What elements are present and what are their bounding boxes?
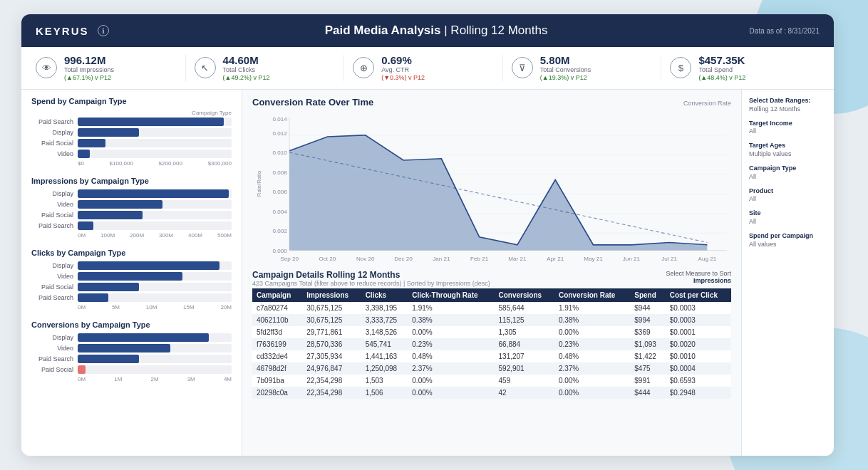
filter-item-3[interactable]: Campaign Type All bbox=[749, 164, 827, 180]
filter-item-6[interactable]: Spend per Campaign All values bbox=[749, 232, 827, 248]
table-column-header[interactable]: Conversion Rate bbox=[554, 288, 630, 302]
bar-chart: Display Video Paid Social Paid Search bbox=[31, 189, 232, 230]
kpi-item-4: $ $457.35K Total Spend (▲48.4%) v P12 bbox=[661, 55, 820, 81]
table-row[interactable]: 46798d2f24,976,8471,250,0982.37%592,9012… bbox=[252, 362, 731, 375]
filter-item-2[interactable]: Target Ages Multiple values bbox=[749, 142, 827, 157]
svg-text:Mar 21: Mar 21 bbox=[508, 256, 526, 262]
table-cell: 30,675,125 bbox=[302, 302, 361, 314]
table-cell: 0.23% bbox=[554, 338, 630, 350]
bar-row: Paid Social bbox=[31, 139, 232, 147]
table-column-header[interactable]: Click-Through Rate bbox=[408, 288, 494, 302]
svg-text:0.000: 0.000 bbox=[272, 248, 287, 254]
table-title: Campaign Details Rolling 12 Months bbox=[252, 270, 490, 280]
kpi-value-2: 0.69% bbox=[381, 55, 425, 67]
header: KEYRUS ℹ Paid Media Analysis | Rolling 1… bbox=[21, 14, 834, 47]
bar-track bbox=[78, 221, 232, 230]
logo: KEYRUS bbox=[36, 25, 89, 37]
kpi-change-0: (▲67.1%) v P12 bbox=[64, 74, 114, 81]
filter-label: Product bbox=[749, 187, 827, 196]
table-cell: 42 bbox=[495, 387, 554, 399]
svg-text:Jun 21: Jun 21 bbox=[623, 256, 640, 262]
svg-text:Apr 21: Apr 21 bbox=[547, 256, 564, 262]
filter-label: Select Date Ranges: bbox=[749, 97, 827, 105]
svg-text:0.008: 0.008 bbox=[272, 169, 287, 176]
bar-track bbox=[78, 333, 232, 342]
table-row[interactable]: 4062110b30,675,1253,333,7250.38%115,1250… bbox=[252, 314, 731, 326]
table-row[interactable]: cd332de427,305,9341,441,1630.48%131,2070… bbox=[252, 350, 731, 362]
table-row[interactable]: f763619928,570,336545,7410.23%66,8840.23… bbox=[252, 338, 731, 350]
filter-value: Multiple values bbox=[749, 150, 827, 157]
table-cell: 7b091ba bbox=[252, 375, 302, 387]
table-cell: $0.0003 bbox=[666, 302, 731, 314]
kpi-label-4: Total Spend bbox=[698, 66, 745, 74]
chart-title: Clicks by Campaign Type bbox=[31, 249, 232, 257]
bar-track bbox=[78, 189, 232, 198]
info-icon[interactable]: ℹ bbox=[98, 25, 109, 36]
filter-value: All values bbox=[749, 241, 827, 248]
table-cell: 22,354,298 bbox=[302, 387, 361, 399]
table-row[interactable]: 5fd2ff3d29,771,8613,148,5260.00%1,3050.0… bbox=[252, 326, 731, 338]
filter-value: All bbox=[749, 218, 827, 225]
bar-chart: Display Video Paid Search Paid Social bbox=[31, 333, 232, 374]
bar-track bbox=[78, 211, 232, 219]
svg-text:Jul 21: Jul 21 bbox=[661, 256, 677, 262]
svg-text:Sep 20: Sep 20 bbox=[280, 256, 299, 262]
table-row[interactable]: 20298c0a22,354,2981,5060.00%420.00%$444$… bbox=[252, 387, 731, 399]
svg-text:0.002: 0.002 bbox=[272, 228, 286, 234]
kpi-label-1: Total Clicks bbox=[223, 66, 270, 74]
filter-item-5[interactable]: Site All bbox=[749, 209, 827, 225]
table-column-header[interactable]: Spend bbox=[630, 288, 666, 302]
table-column-header[interactable]: Cost per Click bbox=[666, 288, 731, 302]
bar-fill bbox=[78, 150, 90, 158]
campaign-table: CampaignImpressionsClicksClick-Through R… bbox=[252, 288, 731, 399]
kpi-label-3: Total Conversions bbox=[540, 66, 591, 74]
table-cell: 545,741 bbox=[361, 338, 408, 350]
title-period: Rolling 12 Months bbox=[450, 24, 547, 37]
filter-value: All bbox=[749, 173, 827, 180]
left-panel: Spend by Campaign TypeCampaign Type Paid… bbox=[21, 90, 242, 456]
table-column-header[interactable]: Clicks bbox=[361, 288, 408, 302]
table-sort[interactable]: Select Measure to Sort Impressions bbox=[666, 270, 731, 284]
bar-row: Display bbox=[31, 261, 232, 270]
bar-row: Display bbox=[31, 128, 232, 137]
bar-row: Display bbox=[31, 189, 232, 198]
campaign-table-section: Campaign Details Rolling 12 Months 423 C… bbox=[252, 270, 731, 449]
table-row[interactable]: c7a8027430,675,1253,398,1951.91%585,6441… bbox=[252, 302, 731, 314]
conversion-chart-title: Conversion Rate Over Time bbox=[252, 97, 373, 108]
center-panel: Conversion Rate Over Time Conversion Rat… bbox=[242, 90, 741, 456]
filter-item-4[interactable]: Product All bbox=[749, 187, 827, 203]
bar-row: Video bbox=[31, 200, 232, 209]
bar-fill bbox=[78, 128, 139, 137]
kpi-label-0: Total Impressions bbox=[64, 66, 114, 74]
table-cell: 0.23% bbox=[408, 338, 494, 350]
svg-text:0.010: 0.010 bbox=[272, 150, 287, 156]
bar-track bbox=[78, 139, 232, 147]
table-cell: 3,333,725 bbox=[361, 314, 408, 326]
svg-text:Nov 20: Nov 20 bbox=[356, 256, 375, 262]
svg-text:0.006: 0.006 bbox=[272, 189, 287, 195]
table-cell: $444 bbox=[630, 387, 666, 399]
table-column-header[interactable]: Conversions bbox=[495, 288, 554, 302]
kpi-label-2: Avg. CTR bbox=[381, 66, 425, 74]
table-cell: 3,398,195 bbox=[361, 302, 408, 314]
bar-fill bbox=[78, 189, 229, 198]
table-column-header[interactable]: Impressions bbox=[302, 288, 361, 302]
bar-label: Paid Social bbox=[31, 283, 78, 291]
bar-row: Paid Social bbox=[31, 283, 232, 291]
bar-track bbox=[78, 272, 232, 281]
bar-fill bbox=[78, 221, 93, 230]
table-row[interactable]: 7b091ba22,354,2981,5030.00%4590.00%$991$… bbox=[252, 375, 731, 387]
bar-label: Video bbox=[31, 273, 78, 280]
table-cell: 0.38% bbox=[554, 314, 630, 326]
bar-label: Paid Social bbox=[31, 212, 78, 219]
kpi-row: 👁 996.12M Total Impressions (▲67.1%) v P… bbox=[21, 47, 834, 90]
table-cell: $0.6593 bbox=[666, 375, 731, 387]
filter-item-1[interactable]: Target Income All bbox=[749, 120, 827, 135]
kpi-value-4: $457.35K bbox=[698, 55, 745, 67]
bar-label: Paid Social bbox=[31, 366, 78, 373]
table-cell: 66,884 bbox=[495, 338, 554, 350]
filter-item-0[interactable]: Select Date Ranges: Rolling 12 Months bbox=[749, 97, 827, 113]
main-content: Spend by Campaign TypeCampaign Type Paid… bbox=[21, 90, 834, 456]
table-cell: 2.37% bbox=[408, 362, 494, 375]
table-column-header[interactable]: Campaign bbox=[252, 288, 302, 302]
